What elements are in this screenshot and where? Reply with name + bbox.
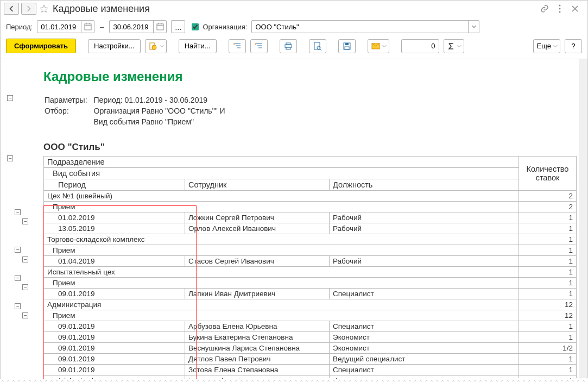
svg-rect-20 <box>286 43 290 45</box>
scrollbar[interactable] <box>579 59 587 379</box>
cell-qty: 2 <box>519 202 577 212</box>
print-button[interactable] <box>280 39 297 53</box>
cell-qty: 1 <box>519 223 577 234</box>
cell-qty: 1 <box>519 212 577 223</box>
table-row[interactable]: 09.01.2019Дятлов Павел ПетровичВедущий с… <box>44 354 577 365</box>
cell-group: Испытательный цех <box>44 267 519 278</box>
date-dash: – <box>99 23 105 31</box>
cell-position: Экономист <box>330 343 519 354</box>
preview-button[interactable] <box>309 39 326 53</box>
tree-toggle[interactable]: − <box>22 312 28 318</box>
report-content[interactable]: Кадровые изменения Параметры:Период: 01.… <box>41 59 579 379</box>
cell-period: 01.04.2019 <box>44 256 185 267</box>
generate-button[interactable]: Сформировать <box>6 39 76 53</box>
cell-employee: Лапкин Иван Дмитриевич <box>185 289 330 299</box>
calendar-icon[interactable] <box>81 21 94 33</box>
col-dept: Подразделение <box>44 157 519 168</box>
period-toolbar: Период: – ... Организация: <box>1 17 587 36</box>
tree-toggle[interactable]: − <box>22 218 28 224</box>
cell-employee: Зотова Елена Степановна <box>185 365 330 376</box>
table-row[interactable]: Торгово-складской комплекс1 <box>44 234 577 245</box>
svg-point-2 <box>559 11 561 13</box>
tree-toggle[interactable]: − <box>7 155 13 161</box>
tree-toggle[interactable]: − <box>22 284 28 290</box>
tree-toggle[interactable]: − <box>15 303 21 309</box>
tree-toggle[interactable]: − <box>15 275 21 281</box>
tree-toggle[interactable]: − <box>15 209 21 215</box>
table-row[interactable]: 09.01.2019Арбузова Елена ЮрьевнаСпециали… <box>44 321 577 332</box>
send-button[interactable] <box>368 39 389 53</box>
table-row[interactable]: Прием2 <box>44 202 577 212</box>
cell-employee: Букина Екатерина Степановна <box>185 332 330 343</box>
cell-employee: Веснушкина Лариса Степановна <box>185 343 330 354</box>
table-row[interactable]: Прием1 <box>44 278 577 289</box>
table-row[interactable]: Прием12 <box>44 310 577 321</box>
cell-qty: 12 <box>519 310 577 321</box>
close-button[interactable] <box>570 4 580 14</box>
collapse-rows-button[interactable] <box>250 39 268 53</box>
sum-button[interactable] <box>444 39 464 53</box>
print-icon <box>284 42 293 51</box>
org-combo[interactable] <box>251 20 479 33</box>
cell-employee: Арбузова Елена Юрьевна <box>185 321 330 332</box>
org-input[interactable] <box>252 23 467 31</box>
col-position: Должность <box>330 179 519 191</box>
date-from-field[interactable] <box>37 20 94 33</box>
cell-qty: 1 <box>519 365 577 376</box>
table-row[interactable]: 09.01.2019Букина Екатерина СтепановнаЭко… <box>44 332 577 343</box>
params-table: Параметры:Период: 01.01.2019 - 30.06.201… <box>43 94 232 128</box>
period-picker-button[interactable]: ... <box>171 20 185 33</box>
save-button[interactable] <box>338 39 356 53</box>
table-row[interactable]: 09.01.2019Веснушкина Лариса СтепановнаЭк… <box>44 343 577 354</box>
cell-qty: 1 <box>519 245 577 256</box>
svg-point-1 <box>559 8 561 10</box>
settings-variants-button[interactable] <box>145 39 167 53</box>
cell-qty: 12 <box>519 299 577 310</box>
table-row[interactable]: Прием1 <box>44 245 577 256</box>
tree-toggle[interactable]: − <box>22 256 28 262</box>
filter-value-2: Вид события Равно "Прием" <box>94 117 231 127</box>
org-checkbox-input[interactable] <box>192 23 199 30</box>
table-row[interactable]: Цех №1 (швейный)2 <box>44 191 577 202</box>
expand-rows-button[interactable] <box>229 39 246 53</box>
group-level-input[interactable] <box>401 39 439 53</box>
link-icon[interactable] <box>540 4 549 14</box>
help-button[interactable]: ? <box>565 39 582 53</box>
date-to-input[interactable] <box>110 23 153 31</box>
table-row[interactable]: 01.02.2019Ложкин Сергей ПетровичРабочий1 <box>44 212 577 223</box>
filter-value-1: Организация Равно "ООО "Стиль"" И <box>94 106 231 116</box>
table-row[interactable]: 09.01.2019Зотова Елена СтепановнаСпециал… <box>44 365 577 376</box>
date-from-input[interactable] <box>37 23 81 31</box>
cell-group: Администрация <box>44 299 519 310</box>
tree-toggle[interactable]: − <box>7 95 13 101</box>
nav-forward-button[interactable] <box>21 3 36 15</box>
cell-group: Торгово-складской комплекс <box>44 234 519 245</box>
org-checkbox[interactable]: Организация: <box>189 22 247 32</box>
favorite-star-icon[interactable] <box>39 3 49 14</box>
cell-period: 09.01.2019 <box>44 365 185 376</box>
cell-qty: 1 <box>519 256 577 267</box>
calendar-icon[interactable] <box>153 21 166 33</box>
floppy-icon <box>343 42 351 51</box>
more-vertical-icon[interactable] <box>555 4 565 14</box>
period-label: Период: <box>6 23 33 31</box>
org-dropdown-icon[interactable] <box>468 21 479 33</box>
org-section-title: ООО "Стиль" <box>43 142 577 153</box>
window-title: Кадровые изменения <box>52 3 150 15</box>
table-row[interactable]: Испытательный цех1 <box>44 267 577 278</box>
table-row[interactable]: 09.01.2019Лапкин Иван ДмитриевичСпециали… <box>44 289 577 299</box>
table-row[interactable]: 01.04.2019Стасов Сергей ИвановичРабочий1 <box>44 256 577 267</box>
date-to-field[interactable] <box>109 20 167 33</box>
cell-group: Прием <box>44 245 519 256</box>
cell-group: Прием <box>44 310 519 321</box>
tree-toggle[interactable]: − <box>15 247 21 253</box>
nav-back-button[interactable] <box>4 3 19 15</box>
expand-icon <box>233 42 242 50</box>
more-button[interactable]: Еще <box>533 39 560 53</box>
table-row[interactable]: Администрация12 <box>44 299 577 310</box>
settings-button[interactable]: Настройки... <box>88 39 141 53</box>
find-button[interactable]: Найти... <box>179 39 217 53</box>
cell-period: 09.01.2019 <box>44 343 185 354</box>
cell-period: 09.01.2019 <box>44 332 185 343</box>
table-row[interactable]: 13.05.2019Орлов Алексей ИвановичРабочий1 <box>44 223 577 234</box>
